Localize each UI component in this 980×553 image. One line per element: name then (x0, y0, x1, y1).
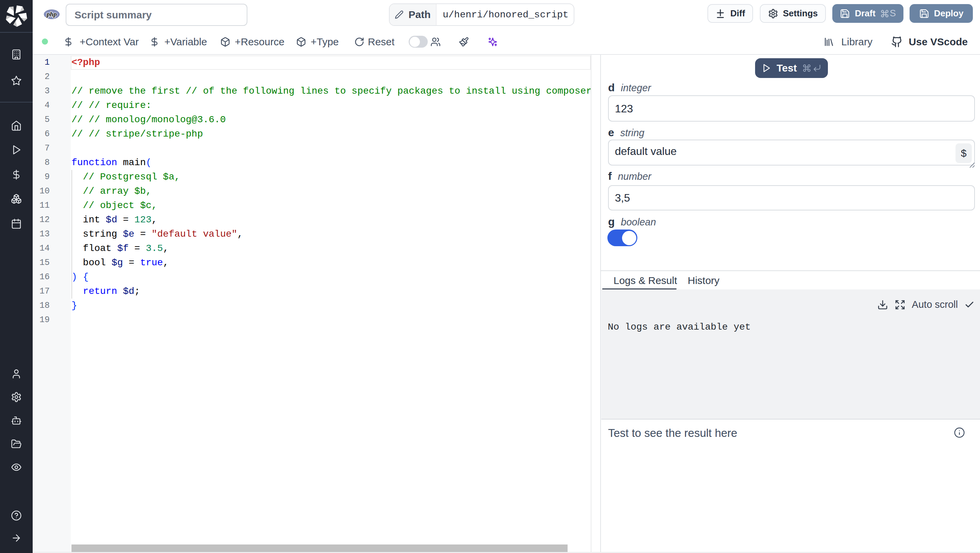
svg-text:php: php (46, 11, 57, 18)
